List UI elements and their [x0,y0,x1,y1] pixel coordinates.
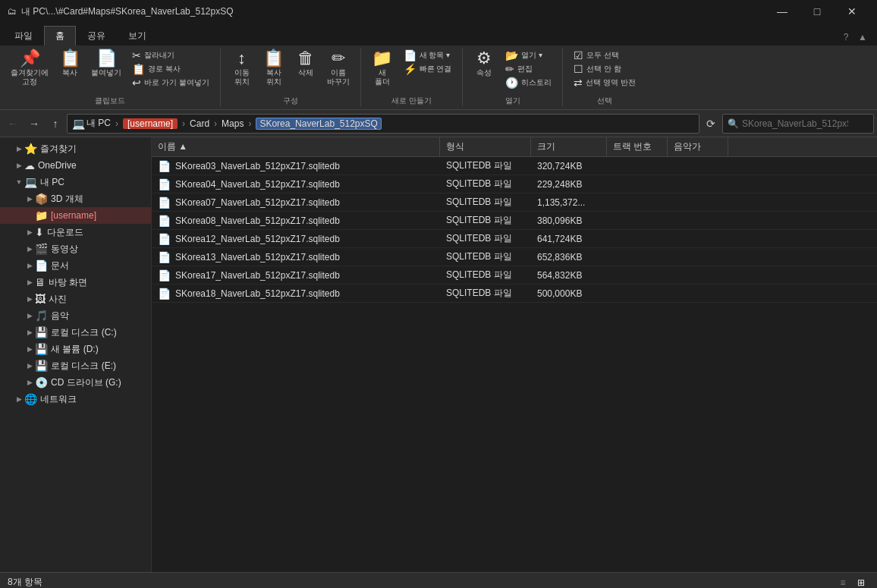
tab-home[interactable]: 홈 [44,26,76,46]
file-track [607,256,668,259]
col-header-type[interactable]: 형식 [440,137,531,156]
history-button[interactable]: 🕐 히스토리 [501,76,556,90]
table-row[interactable]: 📄 SKorea03_NaverLab_512pxZ17.sqlitedb SQ… [152,157,877,175]
invert-selection-button[interactable]: ⇄ 선택 영역 반전 [569,76,640,90]
delete-icon: 🗑 [297,50,314,67]
invert-icon: ⇄ [574,77,583,89]
file-artist [668,274,728,277]
expand-disk-g: ▶ [24,377,35,388]
search-bar[interactable]: 🔍 [722,114,874,134]
expand-network: ▶ [14,394,24,404]
up-button[interactable]: ↑ [46,114,65,134]
clipboard-label: 클립보드 [95,96,125,106]
titlebar-icon: 🗂 [8,6,17,17]
addr-current[interactable]: SKorea_NaverLab_512pxSQ [256,118,381,130]
copy-button[interactable]: 📋 복사 [55,49,85,94]
address-bar[interactable]: 💻 내 PC › [username] › Card › Maps › SKor… [67,114,699,134]
search-input[interactable] [742,118,848,129]
file-track [607,165,668,168]
sidebar-item-disk-c[interactable]: ▶ 💾 로컬 디스크 (C:) [0,324,151,341]
addr-pc[interactable]: 💻 내 PC [72,117,111,130]
col-header-artist[interactable]: 음악가 [668,137,728,156]
table-row[interactable]: 📄 SKorea12_NaverLab_512pxZ17.sqlitedb SQ… [152,230,877,248]
table-row[interactable]: 📄 SKorea08_NaverLab_512pxZ17.sqlitedb SQ… [152,212,877,230]
sidebar-item-videos[interactable]: ▶ 🎬 동영상 [0,241,151,257]
file-list[interactable]: 이름 ▲ 형식 크기 트랙 번호 음악가 📄 SKorea03_NaverLab… [152,137,877,572]
minimize-button[interactable]: — [765,0,800,23]
refresh-button[interactable]: ⟳ [701,114,721,134]
file-track [607,219,668,222]
table-row[interactable]: 📄 SKorea07_NaverLab_512pxZ17.sqlitedb SQ… [152,193,877,212]
paste-shortcut-button[interactable]: ↩ 바로 가기 붙여넣기 [127,76,214,90]
table-row[interactable]: 📄 SKorea13_NaverLab_512pxZ17.sqlitedb SQ… [152,248,877,266]
sidebar-item-disk-d[interactable]: ▶ 💾 새 볼륨 (D:) [0,341,151,357]
edit-button[interactable]: ✏ 편집 [501,62,556,76]
close-button[interactable]: ✕ [835,0,869,23]
select-none-button[interactable]: ☐ 선택 안 함 [569,62,640,76]
copy-to-button[interactable]: 📋 복사위치 [259,49,289,94]
col-header-track[interactable]: 트랙 번호 [607,137,668,156]
col-header-size[interactable]: 크기 [531,137,607,156]
table-row[interactable]: 📄 SKorea17_NaverLab_512pxZ17.sqlitedb SQ… [152,266,877,285]
sidebar-item-favorites[interactable]: ▶ ⭐ 즐겨찾기 [0,140,151,157]
sidebar-item-disk-e[interactable]: ▶ 💾 로컬 디스크 (E:) [0,357,151,374]
sidebar-item-network[interactable]: ▶ 🌐 네트워크 [0,391,151,407]
file-name: SKorea03_NaverLab_512pxZ17.sqlitedb [175,161,340,171]
sidebar-item-onedrive[interactable]: ▶ ☁ OneDrive [0,157,151,174]
file-size: 500,000KB [531,287,607,300]
quick-connect-button[interactable]: ⚡ 빠른 연결 [399,62,457,76]
addr-user[interactable]: [username] [123,118,178,129]
sidebar-item-desktop[interactable]: ▶ 🖥 바탕 화면 [0,274,151,291]
sidebar-item-mypc[interactable]: ▼ 💻 내 PC [0,174,151,190]
new-folder-button[interactable]: 📁 새폴더 [367,49,398,94]
maximize-button[interactable]: □ [800,0,835,23]
addr-card[interactable]: Card [190,118,209,129]
sidebar-item-3d[interactable]: ▶ 📦 3D 개체 [0,190,151,207]
sidebar-item-disk-g[interactable]: ▶ 💿 CD 드라이브 (G:) [0,374,151,391]
forward-button[interactable]: → [24,114,44,134]
move-icon: ↕ [237,50,246,67]
sidebar-item-user[interactable]: 📁 [username] [0,207,151,224]
tab-share[interactable]: 공유 [76,26,117,46]
open-icon: 📂 [505,49,518,61]
view-list-button[interactable]: ≡ [835,574,851,589]
file-artist [668,237,728,241]
select-all-button[interactable]: ☑ 모두 선택 [569,49,640,62]
table-row[interactable]: 📄 SKorea18_NaverLab_512pxZ17.sqlitedb SQ… [152,285,877,303]
sidebar-item-documents[interactable]: ▶ 📄 문서 [0,257,151,274]
sidebar-item-pictures[interactable]: ▶ 🖼 사진 [0,291,151,307]
move-to-button[interactable]: ↕ 이동위치 [227,49,257,94]
properties-icon: ⚙ [476,50,492,67]
paste-button[interactable]: 📄 붙여넣기 [86,49,126,94]
expand-3d: ▶ [24,193,35,204]
sidebar-item-music[interactable]: ▶ 🎵 음악 [0,307,151,324]
sidebar-item-downloads[interactable]: ▶ ⬇ 다운로드 [0,224,151,241]
back-button[interactable]: ← [3,114,23,134]
cut-button[interactable]: ✂ 잘라내기 [127,49,214,62]
copy-path-button[interactable]: 📋 경로 복사 [127,62,214,76]
pin-to-favorites-button[interactable]: 📌 즐겨찾기에고정 [6,49,53,94]
file-track [607,292,668,295]
tab-file[interactable]: 파일 [3,26,44,46]
file-artist [668,165,728,168]
open-small-buttons: 📂 열기 ▾ ✏ 편집 🕐 히스토리 [501,49,556,90]
open-button[interactable]: 📂 열기 ▾ [501,49,556,62]
tab-view[interactable]: 보기 [117,26,158,46]
rename-button[interactable]: ✏ 이름바꾸기 [322,49,354,94]
view-detail-button[interactable]: ⊞ [853,574,869,589]
addr-maps[interactable]: Maps [222,118,244,129]
properties-button[interactable]: ⚙ 속성 [469,49,499,94]
new-item-button[interactable]: 📄 새 항목 ▾ [399,49,457,62]
file-icon: 📄 [158,288,171,300]
table-row[interactable]: 📄 SKorea04_NaverLab_512pxZ17.sqlitedb SQ… [152,175,877,193]
col-header-name[interactable]: 이름 ▲ [152,137,440,156]
file-type: SQLITEDB 파일 [440,267,531,283]
file-name: SKorea17_NaverLab_512pxZ17.sqlitedb [175,270,340,281]
ribbon-group-open: ⚙ 속성 📂 열기 ▾ ✏ 편집 🕐 히스토리 [463,49,563,106]
ribbon-expand-button[interactable]: ▲ [854,29,871,46]
delete-button[interactable]: 🗑 삭제 [291,49,321,94]
file-name: SKorea12_NaverLab_512pxZ17.sqlitedb [175,234,340,244]
ribbon-help-button[interactable]: ? [838,29,854,46]
search-icon: 🔍 [728,118,739,129]
organize-items: ↕ 이동위치 📋 복사위치 🗑 삭제 ✏ 이름바꾸기 [227,49,354,94]
